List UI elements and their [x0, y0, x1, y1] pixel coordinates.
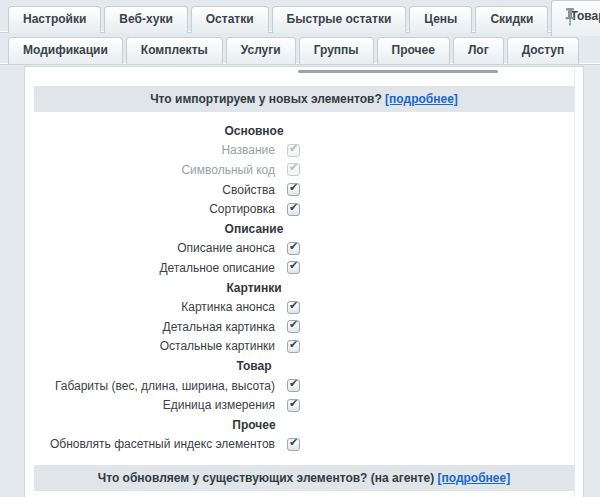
checkbox[interactable]	[287, 438, 300, 451]
update-details-link[interactable]: [подробнее]	[438, 471, 511, 485]
checkbox-label: Символьный код	[25, 163, 281, 177]
update-header-band: Что обновляем у существующих элементов? …	[34, 465, 574, 491]
tab-discounts[interactable]: Скидки	[475, 6, 548, 33]
horizontal-scrollbar-thumb[interactable]	[298, 70, 498, 73]
import-options-form: ОсновноеНазваниеСимвольный кодСвойстваСо…	[25, 121, 583, 454]
checkbox	[287, 144, 300, 157]
update-header-title: Что обновляем у существующих элементов? …	[98, 471, 434, 485]
checkbox-label: Обновлять фасетный индекс элементов	[25, 437, 281, 451]
tab-bundles[interactable]: Комплекты	[126, 37, 223, 64]
import-header-band: Что импортируем у новых элементов? [подр…	[34, 86, 574, 112]
section-heading: Описание	[25, 222, 483, 236]
vertical-scrollbar-track[interactable]	[574, 67, 583, 497]
tab-settings[interactable]: Настройки	[8, 6, 101, 33]
tab-log[interactable]: Лог	[453, 37, 504, 64]
checkbox	[287, 163, 300, 176]
section-heading: Прочее	[25, 418, 483, 432]
checkbox-row: Единица измерения	[25, 395, 583, 415]
section-heading: Основное	[25, 124, 483, 138]
checkbox-label: Сортировка	[25, 202, 281, 216]
tab-stocks[interactable]: Остатки	[191, 6, 269, 33]
checkbox-label: Остальные картинки	[25, 339, 281, 353]
checkbox-row: Символьный код	[25, 160, 583, 180]
checkbox[interactable]	[287, 183, 300, 196]
checkbox-row: Остальные картинки	[25, 337, 583, 357]
checkbox-row: Габариты (вес, длина, ширина, высота)	[25, 376, 583, 396]
checkbox-label: Картинка анонса	[25, 300, 281, 314]
section-heading: Картинки	[25, 281, 483, 295]
tab-other[interactable]: Прочее	[377, 37, 450, 64]
tab-webhooks[interactable]: Веб-хуки	[104, 6, 187, 33]
main-tabs: НастройкиВеб-хукиОстаткиБыстрые остаткиЦ…	[0, 0, 600, 33]
checkbox-row: Сортировка	[25, 199, 583, 219]
tab-groups[interactable]: Группы	[299, 37, 374, 64]
checkbox-row: Свойства	[25, 180, 583, 200]
tab-access[interactable]: Доступ	[507, 37, 580, 64]
checkbox[interactable]	[287, 242, 300, 255]
checkbox-row: Описание анонса	[25, 239, 583, 259]
checkbox-row: Обновлять фасетный индекс элементов	[25, 435, 583, 455]
tab-modifications[interactable]: Модификации	[8, 37, 123, 64]
checkbox-label: Единица измерения	[25, 398, 281, 412]
checkbox-label: Детальное описание	[25, 261, 281, 275]
section-heading: Товар	[25, 359, 483, 373]
checkbox[interactable]	[287, 301, 300, 314]
checkbox-label: Свойства	[25, 183, 281, 197]
tab-services[interactable]: Услуги	[226, 37, 296, 64]
checkbox-label: Детальная картинка	[25, 320, 281, 334]
checkbox[interactable]	[287, 399, 300, 412]
checkbox[interactable]	[287, 320, 300, 333]
checkbox[interactable]	[287, 379, 300, 392]
checkbox-row: Детальное описание	[25, 258, 583, 278]
pin-icon[interactable]	[563, 7, 577, 27]
import-header-title: Что импортируем у новых элементов?	[150, 92, 382, 106]
import-details-link[interactable]: [подробнее]	[385, 92, 458, 106]
checkbox-label: Название	[25, 143, 281, 157]
tab-prices[interactable]: Цены	[409, 6, 472, 33]
checkbox[interactable]	[287, 340, 300, 353]
checkbox-label: Описание анонса	[25, 241, 281, 255]
checkbox[interactable]	[287, 203, 300, 216]
content-panel: Что импортируем у новых элементов? [подр…	[24, 66, 584, 497]
checkbox[interactable]	[287, 261, 300, 274]
checkbox-label: Габариты (вес, длина, ширина, высота)	[25, 379, 281, 393]
tab-quick-stocks[interactable]: Быстрые остатки	[272, 6, 407, 33]
sub-tabs: МодификацииКомплектыУслугиГруппыПрочееЛо…	[0, 36, 600, 64]
checkbox-row: Детальная картинка	[25, 317, 583, 337]
checkbox-row: Картинка анонса	[25, 297, 583, 317]
checkbox-row: Название	[25, 141, 583, 161]
